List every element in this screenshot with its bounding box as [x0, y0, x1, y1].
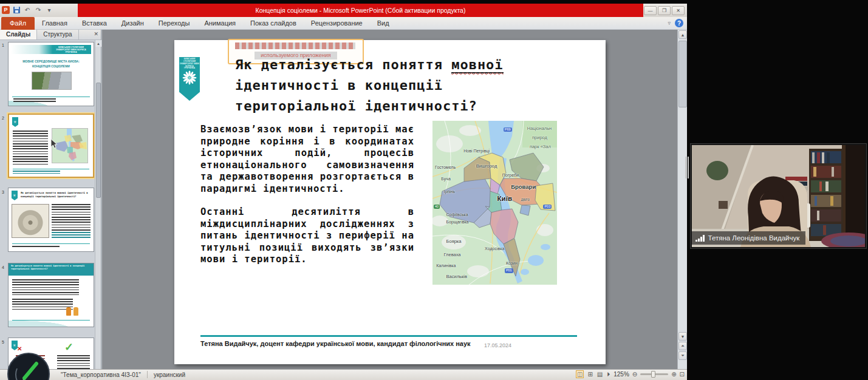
participant-name: Тетяна Леонідівна Видайчук: [708, 234, 800, 242]
slide-thumbnail-1[interactable]: КИЇВСЬКИЙ СТОЛИЧНИЙ УНІВЕРСИТЕТ ІМЕНІ БО…: [8, 42, 94, 106]
ribbon-tab-5[interactable]: Анимация: [197, 17, 243, 30]
logo-icon: [12, 191, 18, 200]
tab-outline[interactable]: Структура: [37, 30, 78, 39]
ribbon-tab-3[interactable]: Дизайн: [114, 17, 151, 30]
thumb4-figures: [64, 305, 80, 316]
ribbon-tab-6[interactable]: Показ слайдов: [243, 17, 304, 30]
normal-view-icon[interactable]: ◫: [576, 370, 584, 378]
vertical-scrollbar[interactable]: ▲ ▼ ⏶ ⏷: [677, 30, 687, 369]
scroll-up-icon[interactable]: ▲: [678, 30, 687, 39]
slide-date: 17.05.2024: [484, 342, 511, 348]
scrollbar-thumb[interactable]: [678, 41, 687, 107]
panel-scrollbar[interactable]: ▲: [95, 40, 101, 369]
next-slide-icon[interactable]: ⏷: [678, 351, 687, 360]
scroll-down-icon[interactable]: ▼: [678, 332, 687, 341]
slide-footer-text[interactable]: Тетяна Видайчук, доцент кафедри українсь…: [200, 340, 471, 347]
slide-number: 2: [2, 116, 4, 120]
zoom-in-icon[interactable]: ⊕: [671, 371, 676, 378]
panel-handle[interactable]: [685, 157, 690, 178]
thumbnail-list: 1 КИЇВСЬКИЙ СТОЛИЧНИЙ УНІВЕРСИТЕТ ІМЕНІ …: [0, 40, 101, 369]
scroll-up-icon[interactable]: ▲: [95, 40, 101, 47]
thumb1-title: МОВНЕ СЕРЕДОВИЩЕ МІСТА КИЄВА: КОНЦЕПЦІЯ …: [13, 59, 89, 69]
map-label: Борщагівка: [446, 220, 469, 224]
undo-icon[interactable]: ↶: [23, 5, 32, 14]
ribbon: ФайлГлавнаяВставкаДизайнПереходыАнимация…: [0, 17, 687, 30]
redo-icon[interactable]: ↷: [34, 5, 43, 14]
slide-number: 4: [2, 265, 4, 270]
save-icon[interactable]: [12, 5, 21, 14]
ribbon-tab-2[interactable]: Вставка: [75, 17, 114, 30]
theme-name: "Тема_корпоративна 4ІЗ-01": [61, 372, 141, 378]
thumb4-titlebar: Як деталізується поняття мовної ідентичн…: [9, 263, 94, 276]
qat-menu-icon[interactable]: ▾: [45, 5, 53, 14]
ribbon-tab-7[interactable]: Рецензирование: [304, 17, 370, 30]
map-road-badge: Р69: [504, 127, 512, 132]
ribbon-tab-file[interactable]: Файл: [1, 17, 35, 30]
map-label: Васильків: [446, 274, 467, 279]
mouse-cursor: [50, 138, 58, 149]
thumb1-photo: [32, 72, 72, 90]
logo-starburst-icon: [182, 70, 197, 85]
status-bar: "Тема_корпоративна 4ІЗ-01" украинский ◫ …: [0, 369, 687, 380]
map-label: Вишгород: [476, 163, 497, 169]
ribbon-tab-4[interactable]: Переходы: [151, 17, 197, 30]
current-slide[interactable]: КИЇВСЬКИЙ СТОЛИЧНИЙ УНІВЕРСИТЕТ ІМЕНІ БО…: [174, 40, 606, 364]
thumb3-title: Як деталізується поняття мовної ідентичн…: [21, 191, 91, 199]
zoom-slider-thumb[interactable]: [651, 371, 655, 378]
map-label: Калинівка: [436, 263, 456, 268]
slide-body-text[interactable]: Взаємозв’язок мови і території має приро…: [200, 124, 414, 266]
reading-view-icon[interactable]: ▤: [596, 371, 603, 378]
minimize-button[interactable]: —: [644, 6, 657, 15]
restore-button[interactable]: ❐: [658, 6, 671, 15]
scrollbar-thumb[interactable]: [96, 83, 101, 198]
map-label: Боярка: [446, 239, 462, 244]
map-label: Бровари: [511, 183, 536, 190]
annotation-pen-tool[interactable]: [5, 350, 52, 380]
map-label: Погреби: [502, 173, 519, 177]
map-label: Гостомель: [435, 165, 456, 169]
panel-close-icon[interactable]: ✕: [94, 31, 98, 37]
map-label: Глеваха: [443, 252, 460, 257]
fit-to-window-icon[interactable]: ⊡: [680, 371, 685, 378]
zoom-slider[interactable]: [640, 373, 668, 375]
tab-slides[interactable]: Слайды: [0, 30, 37, 39]
slide-sorter-icon[interactable]: ⊞: [587, 371, 593, 378]
tooltip-blurred-line: [235, 42, 355, 49]
slide-number: 1: [2, 43, 4, 47]
quick-access-toolbar: P ↶ ↷ ▾: [2, 5, 53, 14]
map-label: Київ: [497, 195, 512, 202]
webcam-window[interactable]: Тетяна Леонідівна Видайчук: [690, 143, 867, 249]
help-icon[interactable]: ?: [675, 19, 683, 27]
university-band: КИЇВСЬКИЙ СТОЛИЧНИЙ УНІВЕРСИТЕТ ІМЕНІ БО…: [11, 45, 91, 54]
zoom-level[interactable]: 125%: [613, 371, 629, 378]
slide-title[interactable]: Як деталізується поняття мовної ідентичн…: [235, 55, 600, 117]
powerpoint-window: P ↶ ↷ ▾ Концепція соціолеми - Microsoft …: [0, 4, 687, 380]
language-indicator[interactable]: украинский: [154, 372, 185, 378]
slide-thumbnail-4[interactable]: Як деталізується поняття мовної ідентичн…: [8, 263, 94, 327]
signal-bars-icon: [695, 235, 705, 242]
map-label: Ходосівка: [485, 246, 504, 251]
screen: P ↶ ↷ ▾ Концепція соціолеми - Microsoft …: [0, 0, 868, 380]
zoom-out-icon[interactable]: ⊖: [632, 371, 637, 378]
map-label: Національн: [527, 126, 552, 131]
close-button[interactable]: ✕: [672, 6, 685, 15]
underlined-word: мовної: [451, 57, 503, 73]
ribbon-tab-1[interactable]: Главная: [35, 17, 75, 30]
slide-thumbnail-3[interactable]: Як деталізується поняття мовної ідентичн…: [8, 188, 94, 252]
slideshow-icon[interactable]: ⏵: [606, 371, 610, 378]
previous-slide-icon[interactable]: ⏶: [678, 342, 687, 350]
map-label: Козин: [506, 261, 518, 265]
ribbon-collapse-icon[interactable]: ▿: [668, 20, 671, 26]
map-label: ДВРЗ: [521, 198, 530, 202]
logo-icon: [12, 117, 18, 127]
kyiv-map[interactable]: Нові ПетрівціВишгородГостомельБучаІрпінь…: [432, 121, 557, 285]
university-logo: КИЇВСЬКИЙ СТОЛИЧНИЙ УНІВЕРСИТЕТ ІМЕНІ БО…: [179, 57, 200, 101]
thumb3-old-map: [12, 204, 49, 238]
window-title: Концепція соціолеми - Microsoft PowerPoi…: [78, 4, 643, 17]
map-road-badge: 40: [434, 205, 440, 209]
map-label: Софіївська: [446, 212, 468, 217]
ribbon-tab-8[interactable]: Вид: [370, 17, 397, 30]
slide-number: 3: [2, 190, 4, 194]
map-label: Ірпінь: [443, 189, 455, 194]
map-label: парк «Зал: [530, 144, 551, 149]
